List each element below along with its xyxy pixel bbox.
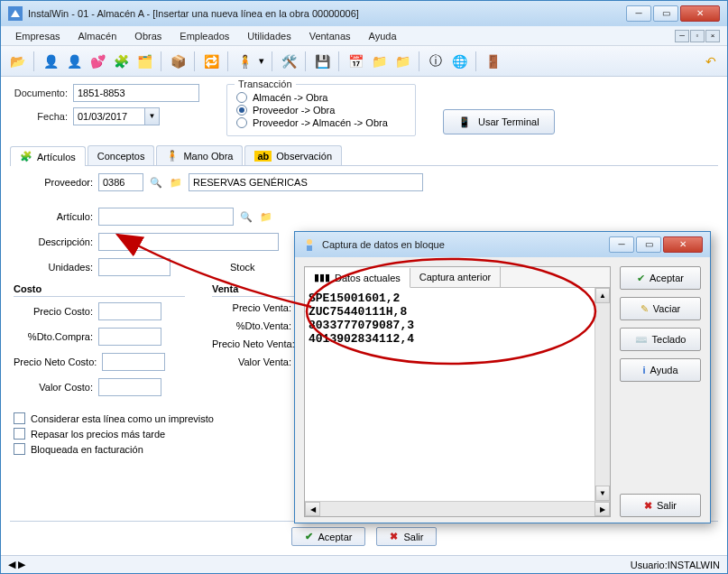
menu-ventanas[interactable]: Ventanas [302,29,358,43]
dto-venta-label: %Dto.Venta: [212,320,291,331]
tab-observacion[interactable]: abObservación [244,145,342,165]
status-pager-icon[interactable]: ◀ ▶ [8,559,25,570]
menu-ayuda[interactable]: Ayuda [362,29,404,43]
dlg-teclado-button[interactable]: ⌨️Teclado [620,328,701,351]
main-titlebar: InstalWin - 01 - Almacén A - [Insertar u… [1,1,727,26]
toolbar-swap-icon[interactable]: 🔁 [200,51,222,72]
dialog-icon [302,237,317,252]
toolbar-save-icon[interactable]: 💾 [311,51,333,72]
proveedor-search-icon[interactable]: 🔍 [149,175,163,190]
precio-neto-costo-input[interactable] [102,353,165,371]
mdi-minimize[interactable]: ─ [675,30,689,42]
proveedor-code-input[interactable] [98,173,143,191]
dialog-scroll-horizontal[interactable]: ◀ ▶ [305,501,610,516]
dlg-ayuda-button[interactable]: iAyuda [620,358,701,382]
precio-costo-input[interactable] [98,302,161,320]
statusbar: ◀ ▶ Usuario:INSTALWIN [1,555,727,573]
dialog-titlebar: Captura de datos en bloque ─ ▭ ✕ [295,232,710,257]
toolbar-tools-icon[interactable]: 🛠️ [278,51,299,72]
precio-neto-venta-label: Precio Neto Venta: [212,338,295,349]
articulo-input[interactable] [98,208,234,226]
tab-conceptos[interactable]: Conceptos [88,145,155,165]
svg-point-1 [307,239,312,245]
captura-dialog: Captura de datos en bloque ─ ▭ ✕ ▮▮▮Dato… [294,231,711,523]
documento-input[interactable] [73,84,199,102]
toolbar-calendar-icon[interactable]: 📅 [345,51,366,72]
dialog-minimize[interactable]: ─ [609,236,634,253]
valor-costo-label: Valor Costo: [14,382,93,393]
footer-buttons: ✔Aceptar ✖Salir [10,521,718,551]
articulo-search-icon[interactable]: 🔍 [239,209,253,224]
fecha-dropdown-arrow[interactable]: ▼ [145,107,160,125]
toolbar-user-blue-icon[interactable]: 👤 [40,51,61,72]
articulo-folder-icon[interactable]: 📁 [259,209,273,224]
menu-empleados[interactable]: Empleados [172,29,236,43]
radio-almacen-obra[interactable]: Almacén -> Obra [236,92,406,103]
status-user: Usuario:INSTALWIN [631,560,720,570]
scroll-up-icon[interactable]: ▲ [595,288,610,303]
toolbar-folder2-icon[interactable]: 📁 [392,51,413,72]
window-title: InstalWin - 01 - Almacén A - [Insertar u… [28,8,626,19]
proveedor-name-input[interactable] [189,173,423,191]
dto-compra-input[interactable] [98,328,161,346]
scroll-right-icon[interactable]: ▶ [594,502,610,516]
precio-neto-costo-label: Precio Neto Costo: [14,356,97,367]
menu-almacen[interactable]: Almacén [71,29,124,43]
toolbar-box-icon[interactable]: 📦 [167,51,189,72]
toolbar-user-red-icon[interactable]: 👤 [63,51,85,72]
menu-empresas[interactable]: Empresas [8,29,68,43]
documento-label: Documento: [10,88,68,98]
dlg-aceptar-button[interactable]: ✔Aceptar [620,266,701,290]
menu-obras[interactable]: Obras [127,29,169,43]
toolbar-info-icon[interactable]: ⓘ [425,51,447,72]
toolbar-hearts-icon[interactable]: 💕 [87,51,108,72]
mdi-close[interactable]: × [705,30,720,42]
dlg-vaciar-button[interactable]: ✎Vaciar [620,297,701,320]
mdi-restore[interactable]: ▫ [690,30,705,42]
minimize-button[interactable]: ─ [626,5,651,22]
dialog-textarea[interactable] [307,290,593,499]
radio-proveedor-almacen-obra[interactable]: Proveedor -> Almacén -> Obra [236,117,406,128]
salir-button[interactable]: ✖Salir [376,527,437,546]
scroll-down-icon[interactable]: ▼ [595,486,610,501]
valor-costo-input[interactable] [98,378,161,396]
toolbar-layers-icon[interactable]: 🗂️ [134,51,155,72]
toolbar-exit-icon[interactable]: 🚪 [482,51,503,72]
toolbar: 📂 👤 👤 💕 🧩 🗂️ 📦 🔁 🧍 ▾ 🛠️ 💾 📅 📁 📁 ⓘ 🌐 🚪 ↶ [1,46,727,77]
radio-proveedor-obra[interactable]: Proveedor -> Obra [236,105,406,116]
dlg-salir-button[interactable]: ✖Salir [620,494,701,517]
toolbar-person-icon[interactable]: 🧍 [234,51,255,72]
scroll-left-icon[interactable]: ◀ [305,502,320,516]
toolbar-puzzle-icon[interactable]: 🧩 [110,51,132,72]
person-icon: 🧍 [166,150,179,162]
dialog-maximize[interactable]: ▭ [636,236,661,253]
descripcion-input[interactable] [98,233,279,251]
dlg-tab-actuales[interactable]: ▮▮▮Datos actuales [305,268,410,288]
dlg-tab-anterior[interactable]: Captura anterior [410,267,502,287]
tab-articulos[interactable]: 🧩Artículos [10,146,86,166]
terminal-icon: 📱 [458,116,471,128]
usar-terminal-button[interactable]: 📱 Usar Terminal [443,109,555,134]
aceptar-button[interactable]: ✔Aceptar [291,527,366,546]
toolbar-open-icon[interactable]: 📂 [6,51,28,72]
toolbar-dropdown-icon[interactable]: ▾ [257,51,266,72]
stock-label: Stock [230,262,255,273]
transaccion-legend: Transacción [235,79,296,89]
proveedor-label: Proveedor: [14,177,93,188]
maximize-button[interactable]: ▭ [653,5,678,22]
menu-utilidades[interactable]: Utilidades [240,29,298,43]
precio-costo-label: Precio Costo: [14,306,93,317]
transaccion-group: Transacción Almacén -> Obra Proveedor ->… [226,84,416,136]
toolbar-undo-icon[interactable]: ↶ [700,51,722,72]
note-icon: ab [254,151,272,162]
proveedor-folder-icon[interactable]: 📁 [169,175,183,190]
unidades-input[interactable] [98,258,170,276]
fecha-input[interactable] [73,107,145,125]
dialog-scroll-vertical[interactable]: ▲ ▼ [594,288,610,501]
toolbar-folder1-icon[interactable]: 📁 [368,51,390,72]
dialog-title: Captura de datos en bloque [322,239,609,250]
toolbar-globe-icon[interactable]: 🌐 [448,51,470,72]
dialog-close[interactable]: ✕ [663,236,703,253]
tab-mano-obra[interactable]: 🧍Mano Obra [156,145,243,165]
close-button[interactable]: ✕ [680,5,720,22]
